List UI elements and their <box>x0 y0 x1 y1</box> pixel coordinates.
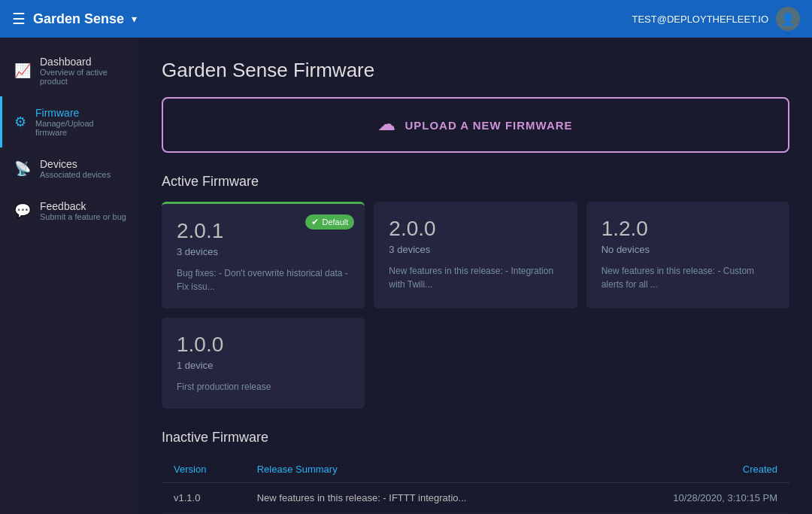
app-dropdown-icon[interactable]: ▾ <box>132 13 137 25</box>
topbar-left: ☰ Garden Sense ▾ <box>12 10 137 28</box>
table-row[interactable]: v1.1.0 New features in this release: - I… <box>162 483 789 513</box>
upload-button-label: UPLOAD A NEW FIRMWARE <box>404 119 572 132</box>
row1-version: v1.1.0 <box>162 483 245 513</box>
firmware-card-1-0-0[interactable]: 1.0.0 1 device First production release <box>162 318 365 409</box>
sidebar-label-dashboard: Dashboard <box>40 56 127 68</box>
col-header-summary: Release Summary <box>245 456 601 483</box>
row1-created: 10/28/2020, 3:10:15 PM <box>601 483 789 513</box>
col-header-created: Created <box>601 456 789 483</box>
firmware-description-2-0-1: Bug fixes: - Don't overwrite historical … <box>177 266 350 293</box>
firmware-devices-2-0-1: 3 devices <box>177 246 350 257</box>
firmware-devices-2-0-0: 3 devices <box>389 244 562 255</box>
sidebar-item-dashboard[interactable]: 📈 Dashboard Overview of active product <box>0 45 139 96</box>
col-header-version: Version <box>162 456 245 483</box>
empty-card-1 <box>374 318 577 409</box>
main-layout: 📈 Dashboard Overview of active product ⚙… <box>0 38 812 514</box>
user-avatar[interactable]: 👤 <box>776 7 800 31</box>
hamburger-icon[interactable]: ☰ <box>12 10 26 28</box>
inactive-firmware-table: Version Release Summary Created v1.1.0 N… <box>162 456 789 514</box>
sidebar-sublabel-dashboard: Overview of active product <box>40 68 127 86</box>
main-content: Garden Sense Firmware ☁ UPLOAD A NEW FIR… <box>139 38 812 514</box>
firmware-icon: ⚙ <box>14 114 26 130</box>
firmware-card-2-0-0[interactable]: 2.0.0 3 devices New features in this rel… <box>374 202 577 309</box>
firmware-card-2-0-1[interactable]: ✔ Default 2.0.1 3 devices Bug fixes: - D… <box>162 202 365 309</box>
devices-icon: 📡 <box>14 160 31 177</box>
firmware-description-1-0-0: First production release <box>177 380 350 394</box>
upload-firmware-button[interactable]: ☁ UPLOAD A NEW FIRMWARE <box>162 97 789 153</box>
firmware-description-1-2-0: New features in this release: - Custom a… <box>601 264 774 291</box>
dashboard-icon: 📈 <box>14 62 31 79</box>
sidebar-label-feedback: Feedback <box>40 200 126 212</box>
firmware-card-1-2-0[interactable]: 1.2.0 No devices New features in this re… <box>586 202 789 309</box>
sidebar: 📈 Dashboard Overview of active product ⚙… <box>0 38 139 514</box>
sidebar-label-devices: Devices <box>40 158 111 170</box>
firmware-version-1-0-0: 1.0.0 <box>177 333 350 357</box>
firmware-version-2-0-0: 2.0.0 <box>389 217 562 241</box>
firmware-description-2-0-0: New features in this release: - Integrat… <box>389 264 562 291</box>
sidebar-item-firmware[interactable]: ⚙ Firmware Manage/Upload firmware <box>0 96 139 148</box>
empty-card-2 <box>586 318 789 409</box>
check-icon: ✔ <box>311 217 319 227</box>
inactive-firmware-title: Inactive Firmware <box>162 430 789 446</box>
upload-icon: ☁ <box>378 115 395 135</box>
user-icon-glyph: 👤 <box>780 12 795 26</box>
badge-label: Default <box>322 217 348 227</box>
app-title: Garden Sense <box>33 11 124 27</box>
active-firmware-title: Active Firmware <box>162 174 789 190</box>
row1-summary: New features in this release: - IFTTT in… <box>245 483 601 513</box>
firmware-devices-1-2-0: No devices <box>601 244 774 255</box>
sidebar-item-devices[interactable]: 📡 Devices Associated devices <box>0 148 139 190</box>
sidebar-sublabel-firmware: Manage/Upload firmware <box>35 119 127 137</box>
active-firmware-row2: 1.0.0 1 device First production release <box>162 318 789 409</box>
firmware-devices-1-0-0: 1 device <box>177 360 350 371</box>
sidebar-label-firmware: Firmware <box>35 107 127 119</box>
page-title: Garden Sense Firmware <box>162 59 789 82</box>
sidebar-item-feedback[interactable]: 💬 Feedback Submit a feature or bug <box>0 190 139 232</box>
user-email: TEST@DEPLOYTHEFLEET.IO <box>632 14 768 25</box>
table-header-row: Version Release Summary Created <box>162 456 789 483</box>
active-firmware-row1: ✔ Default 2.0.1 3 devices Bug fixes: - D… <box>162 202 789 309</box>
topbar-right: TEST@DEPLOYTHEFLEET.IO 👤 <box>632 7 800 31</box>
firmware-version-1-2-0: 1.2.0 <box>601 217 774 241</box>
sidebar-sublabel-devices: Associated devices <box>40 170 111 179</box>
sidebar-sublabel-feedback: Submit a feature or bug <box>40 212 126 221</box>
feedback-icon: 💬 <box>14 202 31 219</box>
topbar: ☰ Garden Sense ▾ TEST@DEPLOYTHEFLEET.IO … <box>0 0 812 38</box>
default-badge: ✔ Default <box>305 214 354 230</box>
